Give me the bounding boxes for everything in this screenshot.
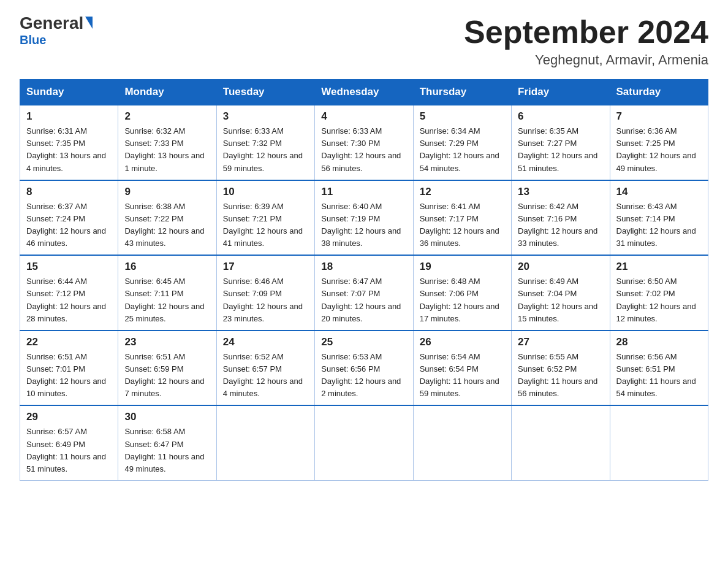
calendar-cell <box>610 405 708 480</box>
day-number: 22 <box>26 336 112 348</box>
day-number: 15 <box>26 261 112 273</box>
week-row-2: 8Sunrise: 6:37 AMSunset: 7:24 PMDaylight… <box>20 180 708 256</box>
day-number: 27 <box>518 336 603 348</box>
calendar-cell: 1Sunrise: 6:31 AMSunset: 7:35 PMDaylight… <box>20 105 118 180</box>
day-info: Sunrise: 6:40 AMSunset: 7:19 PMDaylight:… <box>321 202 401 248</box>
day-number: 4 <box>321 110 406 123</box>
day-number: 1 <box>26 110 112 123</box>
day-info: Sunrise: 6:34 AMSunset: 7:29 PMDaylight:… <box>420 126 499 172</box>
day-info: Sunrise: 6:49 AMSunset: 7:04 PMDaylight:… <box>518 277 597 323</box>
header-monday: Monday <box>118 80 216 105</box>
day-info: Sunrise: 6:58 AMSunset: 6:47 PMDaylight:… <box>124 427 204 473</box>
day-info: Sunrise: 6:42 AMSunset: 7:16 PMDaylight:… <box>518 202 597 248</box>
week-row-1: 1Sunrise: 6:31 AMSunset: 7:35 PMDaylight… <box>20 105 708 180</box>
day-number: 20 <box>518 261 603 273</box>
day-number: 12 <box>420 186 505 198</box>
day-info: Sunrise: 6:32 AMSunset: 7:33 PMDaylight:… <box>124 126 204 172</box>
calendar-cell: 21Sunrise: 6:50 AMSunset: 7:02 PMDayligh… <box>610 255 708 331</box>
header-saturday: Saturday <box>610 80 708 105</box>
day-number: 28 <box>616 336 702 348</box>
day-number: 9 <box>124 186 210 198</box>
calendar-cell: 18Sunrise: 6:47 AMSunset: 7:07 PMDayligh… <box>315 255 413 331</box>
calendar-cell: 30Sunrise: 6:58 AMSunset: 6:47 PMDayligh… <box>118 405 216 480</box>
logo: General Blue <box>20 15 93 47</box>
day-number: 14 <box>616 186 702 198</box>
calendar-cell: 13Sunrise: 6:42 AMSunset: 7:16 PMDayligh… <box>512 180 610 256</box>
header-tuesday: Tuesday <box>216 80 314 105</box>
header-thursday: Thursday <box>413 80 511 105</box>
logo-text: General <box>20 15 93 32</box>
week-row-4: 22Sunrise: 6:51 AMSunset: 7:01 PMDayligh… <box>20 331 708 406</box>
day-number: 26 <box>420 336 505 348</box>
day-number: 13 <box>518 186 603 198</box>
calendar-cell <box>413 405 511 480</box>
calendar-cell: 27Sunrise: 6:55 AMSunset: 6:52 PMDayligh… <box>512 331 610 406</box>
calendar-cell: 9Sunrise: 6:38 AMSunset: 7:22 PMDaylight… <box>118 180 216 256</box>
calendar-cell: 10Sunrise: 6:39 AMSunset: 7:21 PMDayligh… <box>216 180 314 256</box>
day-number: 2 <box>124 110 210 123</box>
day-number: 6 <box>518 110 603 123</box>
calendar-cell: 20Sunrise: 6:49 AMSunset: 7:04 PMDayligh… <box>512 255 610 331</box>
day-info: Sunrise: 6:52 AMSunset: 6:57 PMDaylight:… <box>223 352 303 398</box>
calendar-cell: 16Sunrise: 6:45 AMSunset: 7:11 PMDayligh… <box>118 255 216 331</box>
day-info: Sunrise: 6:47 AMSunset: 7:07 PMDaylight:… <box>321 277 401 323</box>
calendar-cell: 29Sunrise: 6:57 AMSunset: 6:49 PMDayligh… <box>20 405 118 480</box>
calendar-cell: 14Sunrise: 6:43 AMSunset: 7:14 PMDayligh… <box>610 180 708 256</box>
day-number: 3 <box>223 110 308 123</box>
day-number: 23 <box>124 336 210 348</box>
day-info: Sunrise: 6:45 AMSunset: 7:11 PMDaylight:… <box>124 277 204 323</box>
calendar-cell: 11Sunrise: 6:40 AMSunset: 7:19 PMDayligh… <box>315 180 413 256</box>
day-info: Sunrise: 6:31 AMSunset: 7:35 PMDaylight:… <box>26 126 106 172</box>
day-info: Sunrise: 6:56 AMSunset: 6:51 PMDaylight:… <box>616 352 696 398</box>
day-info: Sunrise: 6:51 AMSunset: 6:59 PMDaylight:… <box>124 352 204 398</box>
day-info: Sunrise: 6:36 AMSunset: 7:25 PMDaylight:… <box>616 126 696 172</box>
day-number: 8 <box>26 186 112 198</box>
calendar-cell: 23Sunrise: 6:51 AMSunset: 6:59 PMDayligh… <box>118 331 216 406</box>
calendar-cell: 5Sunrise: 6:34 AMSunset: 7:29 PMDaylight… <box>413 105 511 180</box>
calendar-cell: 6Sunrise: 6:35 AMSunset: 7:27 PMDaylight… <box>512 105 610 180</box>
day-number: 16 <box>124 261 210 273</box>
calendar-cell: 7Sunrise: 6:36 AMSunset: 7:25 PMDaylight… <box>610 105 708 180</box>
calendar-cell: 4Sunrise: 6:33 AMSunset: 7:30 PMDaylight… <box>315 105 413 180</box>
calendar-cell: 19Sunrise: 6:48 AMSunset: 7:06 PMDayligh… <box>413 255 511 331</box>
day-info: Sunrise: 6:38 AMSunset: 7:22 PMDaylight:… <box>124 202 204 248</box>
day-info: Sunrise: 6:44 AMSunset: 7:12 PMDaylight:… <box>26 277 106 323</box>
day-number: 19 <box>420 261 505 273</box>
day-info: Sunrise: 6:50 AMSunset: 7:02 PMDaylight:… <box>616 277 696 323</box>
day-number: 21 <box>616 261 702 273</box>
day-number: 18 <box>321 261 406 273</box>
calendar-cell: 17Sunrise: 6:46 AMSunset: 7:09 PMDayligh… <box>216 255 314 331</box>
calendar-title: September 2024 <box>464 15 708 50</box>
day-info: Sunrise: 6:48 AMSunset: 7:06 PMDaylight:… <box>420 277 499 323</box>
calendar-cell: 26Sunrise: 6:54 AMSunset: 6:54 PMDayligh… <box>413 331 511 406</box>
calendar-subtitle: Yeghegnut, Armavir, Armenia <box>464 52 708 68</box>
day-info: Sunrise: 6:43 AMSunset: 7:14 PMDaylight:… <box>616 202 696 248</box>
day-info: Sunrise: 6:37 AMSunset: 7:24 PMDaylight:… <box>26 202 106 248</box>
calendar-cell: 3Sunrise: 6:33 AMSunset: 7:32 PMDaylight… <box>216 105 314 180</box>
calendar-cell <box>512 405 610 480</box>
title-area: September 2024 Yeghegnut, Armavir, Armen… <box>464 15 708 68</box>
day-info: Sunrise: 6:35 AMSunset: 7:27 PMDaylight:… <box>518 126 597 172</box>
day-info: Sunrise: 6:57 AMSunset: 6:49 PMDaylight:… <box>26 427 106 473</box>
day-number: 11 <box>321 186 406 198</box>
header-friday: Friday <box>512 80 610 105</box>
page-header: General Blue September 2024 Yeghegnut, A… <box>20 15 708 68</box>
calendar-cell: 2Sunrise: 6:32 AMSunset: 7:33 PMDaylight… <box>118 105 216 180</box>
week-row-3: 15Sunrise: 6:44 AMSunset: 7:12 PMDayligh… <box>20 255 708 331</box>
calendar-cell <box>315 405 413 480</box>
logo-subtitle: Blue <box>20 33 46 47</box>
day-info: Sunrise: 6:39 AMSunset: 7:21 PMDaylight:… <box>223 202 303 248</box>
calendar-cell: 24Sunrise: 6:52 AMSunset: 6:57 PMDayligh… <box>216 331 314 406</box>
header-sunday: Sunday <box>20 80 118 105</box>
day-number: 7 <box>616 110 702 123</box>
calendar-cell: 8Sunrise: 6:37 AMSunset: 7:24 PMDaylight… <box>20 180 118 256</box>
day-info: Sunrise: 6:41 AMSunset: 7:17 PMDaylight:… <box>420 202 499 248</box>
header-wednesday: Wednesday <box>315 80 413 105</box>
day-number: 25 <box>321 336 406 348</box>
calendar-table: Sunday Monday Tuesday Wednesday Thursday… <box>20 79 708 481</box>
day-number: 24 <box>223 336 308 348</box>
calendar-cell: 15Sunrise: 6:44 AMSunset: 7:12 PMDayligh… <box>20 255 118 331</box>
calendar-cell: 12Sunrise: 6:41 AMSunset: 7:17 PMDayligh… <box>413 180 511 256</box>
calendar-cell <box>216 405 314 480</box>
calendar-cell: 22Sunrise: 6:51 AMSunset: 7:01 PMDayligh… <box>20 331 118 406</box>
